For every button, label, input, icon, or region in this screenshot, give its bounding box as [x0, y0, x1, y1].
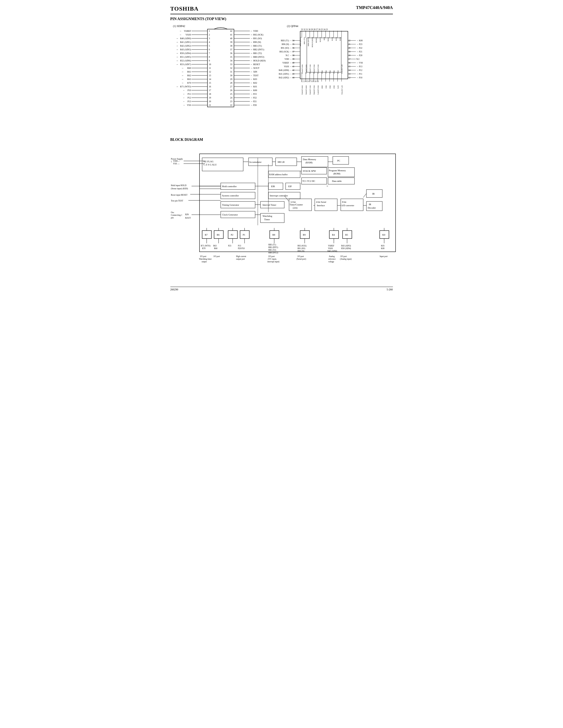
svg-text:{: { [171, 160, 172, 163]
svg-text:→ P21: → P21 [356, 51, 362, 53]
svg-text:→ R91 (SO): → R91 (SO) [250, 37, 262, 40]
eir-block [268, 183, 283, 190]
svg-text:I/O port: I/O port [213, 255, 220, 258]
svg-text:Data Memory: Data Memory [303, 158, 316, 161]
svg-text:R7: R7 [205, 233, 208, 236]
svg-text:21: 21 [209, 104, 211, 106]
svg-text:VASS: VASS [185, 33, 191, 36]
svg-text:15: 15 [209, 82, 211, 84]
svg-text:R43 (AIN3): R43 (AIN3) [180, 48, 191, 51]
pin-assignments-diagram: (1) SDIP42 (2) QFP44 VAREF → 1 VASS → 2 … [170, 23, 393, 135]
svg-text:12: 12 [349, 77, 351, 79]
svg-text:←: ← [183, 97, 185, 99]
svg-text:VASS: VASS [328, 247, 333, 250]
svg-text:→ P13: → P13 [356, 65, 362, 68]
svg-text:→ P23: → P23 [250, 93, 257, 95]
svg-text:← RESET: ← RESET [250, 63, 260, 66]
svg-text:R62: R62 [187, 74, 191, 77]
svg-text:Osc: Osc [171, 211, 174, 214]
svg-text:R70: R70 [202, 247, 205, 250]
svg-text:40: 40 [230, 37, 232, 40]
svg-text:23: 23 [230, 100, 232, 103]
svg-text:(RAM): (RAM) [306, 161, 313, 164]
svg-text:24: 24 [230, 96, 232, 99]
svg-text:R41 (AIN1) →: R41 (AIN1) → [279, 73, 292, 75]
svg-text:↔: ↔ [176, 45, 178, 47]
svg-text:EIR: EIR [271, 185, 275, 188]
svg-text:R90 (SI): R90 (SI) [298, 250, 305, 252]
svg-text:39: 39 [230, 41, 232, 43]
svg-text:R71 (WTO): R71 (WTO) [341, 86, 343, 95]
svg-text:8: 8 [209, 56, 210, 58]
svg-text:35: 35 [292, 43, 295, 46]
svg-text:R53 (AIN7): R53 (AIN7) [180, 63, 191, 66]
svg-text:← R90 (SI): ← R90 (SI) [250, 41, 261, 43]
svg-text:←: ← [183, 89, 185, 92]
svg-text:RB1 (T2): RB1 (T2) [268, 249, 276, 251]
svg-text:↔: ↔ [176, 52, 178, 55]
svg-text:I/O port: I/O port [200, 255, 207, 258]
svg-text:R91 (SO) →: R91 (SO) → [281, 47, 292, 49]
svg-text:→ P21: → P21 [250, 100, 257, 103]
svg-text:R71 (WTO): R71 (WTO) [180, 85, 191, 88]
svg-text:32: 32 [230, 67, 232, 69]
svg-text:R70: R70 [337, 70, 339, 74]
svg-text:Data table: Data table [332, 180, 342, 182]
svg-text:output: output [202, 260, 207, 263]
svg-text:R61: R61 [187, 70, 191, 73]
svg-text:18: 18 [349, 54, 351, 57]
svg-text:R60: R60 [187, 67, 191, 69]
svg-text:IR: IR [372, 192, 375, 195]
svg-text:RESET: RESET [315, 37, 318, 43]
svg-text:→: → [179, 30, 181, 32]
svg-text:↔ RB2 (INT1): ↔ RB2 (INT1) [250, 48, 264, 51]
svg-text:RB2 (INT1): RB2 (INT1) [268, 246, 278, 249]
svg-text:Connecting {: Connecting { [171, 214, 182, 216]
svg-text:R43 (AIN3): R43 (AIN3) [301, 86, 304, 95]
svg-text:R9: R9 [303, 233, 306, 236]
svg-text:RB3 (T1): RB3 (T1) [268, 244, 276, 246]
svg-text:Interface: Interface [317, 204, 325, 207]
svg-text:37: 37 [292, 51, 295, 53]
block-diagram-title: BLOCK DIAGRAM [170, 138, 393, 142]
svg-text:→: → [183, 104, 185, 106]
svg-text:→ P12: → P12 [356, 69, 362, 71]
svg-text:→ P10: → P10 [356, 77, 362, 79]
svg-text:31: 31 [230, 70, 232, 73]
svg-text:R51 (AIN5): R51 (AIN5) [180, 56, 191, 58]
svg-text:22: 22 [230, 104, 232, 106]
svg-text:→: → [179, 33, 181, 36]
svg-text:← K01: ← K01 [250, 85, 257, 88]
svg-text:Accumulator: Accumulator [249, 161, 261, 163]
svg-text:(Analog input): (Analog input) [340, 258, 352, 260]
svg-text:21: 21 [349, 43, 351, 46]
svg-text:15: 15 [349, 65, 351, 68]
svg-text:R51 (AIN5): R51 (AIN5) [309, 86, 311, 95]
svg-text:PC: PC [337, 159, 340, 162]
svg-text:HOLD (KE0): HOLD (KE0) [311, 37, 314, 47]
svg-text:RB1 (T2): RB1 (T2) [304, 37, 306, 44]
svg-text:Watchdog: Watchdog [262, 215, 272, 217]
svg-text:Reset input   RESET: Reset input RESET [171, 194, 187, 196]
svg-text:R50 (AIN4): R50 (AIN4) [305, 86, 307, 95]
svg-text:←: ← [183, 100, 185, 103]
svg-text:41: 41 [292, 65, 295, 68]
svg-text:R71 (WTO): R71 (WTO) [201, 245, 211, 247]
svg-text:16: 16 [349, 62, 351, 64]
svg-text:Analog: Analog [329, 255, 335, 258]
svg-text:26: 26 [230, 89, 232, 92]
svg-text:↔: ↔ [176, 86, 178, 88]
svg-text:Input port: Input port [380, 255, 388, 258]
svg-text:Timing Generator: Timing Generator [222, 204, 239, 206]
svg-text:→ P11: → P11 [356, 73, 362, 75]
svg-text:14: 14 [209, 78, 211, 80]
svg-text:42: 42 [230, 30, 232, 32]
svg-text:Timer/Counter: Timer/Counter [290, 203, 303, 206]
svg-text:KO1: KO1 [335, 37, 337, 41]
svg-text:XIN: XIN [185, 213, 189, 216]
svg-text:25: 25 [230, 93, 232, 95]
svg-text:22: 22 [349, 39, 351, 42]
svg-text:(T/C input,: (T/C input, [268, 258, 276, 260]
page-footer: 260290 5-260 [170, 287, 393, 291]
svg-text:R70: R70 [187, 82, 191, 84]
